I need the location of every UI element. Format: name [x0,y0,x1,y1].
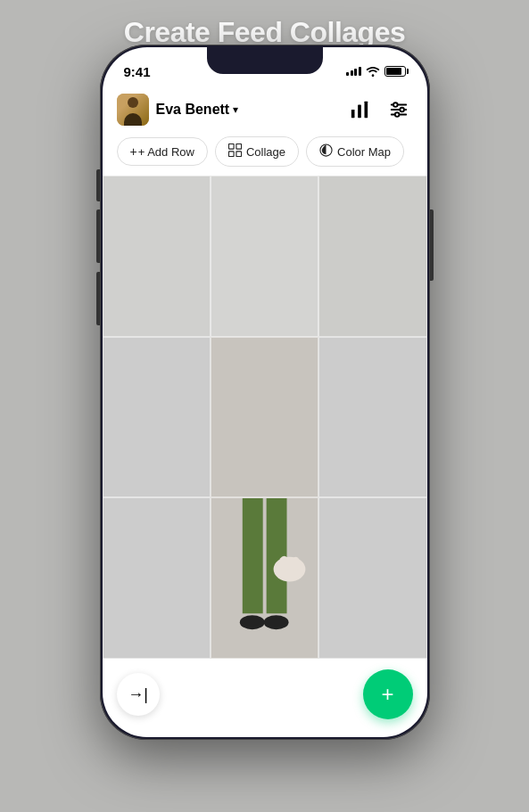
wifi-icon [366,66,380,77]
battery-fill [386,68,401,75]
signal-bar-4 [359,67,361,76]
toolbar: + + Add Row Collage [103,133,427,176]
avatar-image [117,94,149,126]
svg-rect-2 [364,102,368,118]
color-map-icon [319,144,333,160]
phone-frame: 9:41 [100,45,430,740]
plus-icon: + [130,144,137,159]
grid-cell-r2c2[interactable] [211,337,318,498]
add-row-button[interactable]: + + Add Row [117,137,208,166]
stats-button[interactable] [345,95,374,124]
phone-frame-wrapper: 9:41 [100,45,430,740]
signal-icon [346,67,361,76]
filter-button[interactable] [384,95,413,124]
grid-cell-r2c3[interactable] [318,337,426,498]
svg-point-7 [400,108,404,112]
grid-cell-r3c3[interactable] [318,497,426,659]
svg-rect-11 [228,152,234,157]
status-time: 9:41 [124,64,151,79]
skip-button[interactable]: →| [117,673,160,716]
plus-icon: + [381,682,393,707]
header-actions [345,95,413,124]
collage-label: Collage [246,145,285,159]
app-header: Eva Benett ▾ [103,86,427,133]
phone-notch [207,47,323,74]
grid-cell-r1c2[interactable] [211,176,318,337]
svg-rect-9 [228,144,234,149]
add-button[interactable]: + [363,669,413,719]
svg-rect-1 [358,105,361,119]
color-map-button[interactable]: Color Map [306,136,404,167]
chevron-down-icon: ▾ [233,103,238,116]
svg-point-8 [394,112,399,117]
grid-cell-r1c3[interactable] [318,176,426,337]
collage-grid[interactable] [103,176,427,659]
add-row-label: + Add Row [138,145,194,159]
grid-cell-r2c1[interactable] [103,337,211,498]
color-map-label: Color Map [337,145,391,159]
phone-volume-down-button [96,272,100,325]
bottom-controls: →| + [103,659,427,737]
collage-icon [228,144,242,160]
svg-rect-0 [351,110,354,118]
bar-chart-icon [350,100,369,119]
user-info[interactable]: Eva Benett ▾ [117,94,239,126]
phone-silent-button [96,169,100,201]
phone-power-button [430,209,434,281]
grid-cell-r3c1[interactable] [103,497,211,659]
battery-icon [384,66,406,77]
username-row[interactable]: Eva Benett ▾ [156,102,239,118]
svg-rect-10 [236,144,242,149]
username-label: Eva Benett [156,102,230,118]
signal-bar-3 [354,69,357,76]
collage-button[interactable]: Collage [215,136,299,167]
status-icons [346,66,406,77]
svg-rect-25 [103,498,210,658]
svg-rect-12 [236,152,242,157]
signal-bar-2 [351,70,353,76]
avatar[interactable] [117,94,149,126]
phone-screen: 9:41 [103,47,427,737]
signal-bar-1 [346,72,349,76]
sliders-icon [389,100,409,119]
collage-grid-area[interactable] [103,176,427,659]
phone-volume-up-button [96,209,100,263]
svg-point-6 [393,103,398,107]
skip-icon: →| [128,685,148,704]
grid-cell-r1c1[interactable] [103,176,211,337]
fashion-photo [211,338,318,656]
